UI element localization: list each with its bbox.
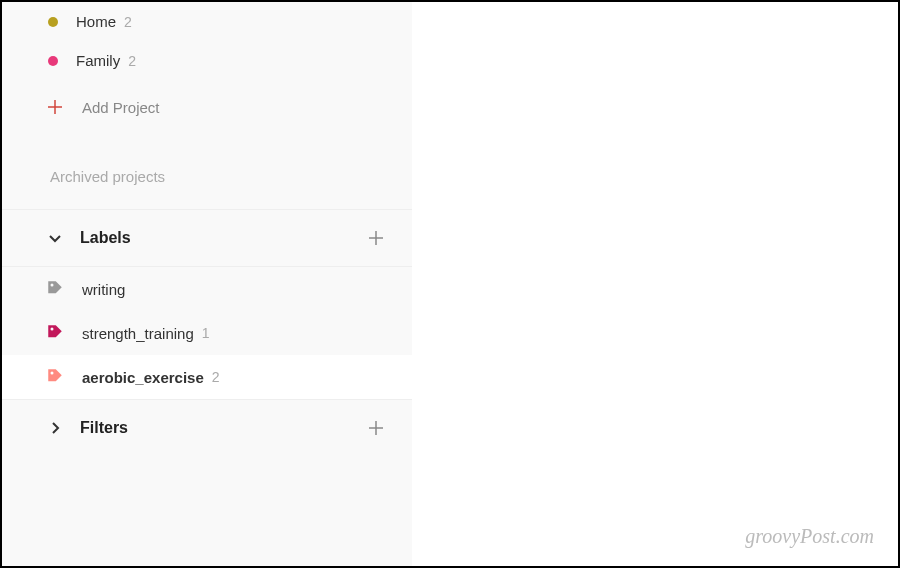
add-label-button[interactable] [364, 226, 388, 250]
svg-point-6 [51, 372, 54, 375]
project-dot-icon [48, 17, 58, 27]
label-item-strength-training[interactable]: strength_training 1 [2, 311, 412, 355]
project-name: Family [76, 52, 120, 69]
section-title: Labels [80, 229, 364, 247]
add-project-label: Add Project [82, 99, 160, 116]
project-name: Home [76, 13, 116, 30]
tag-icon [46, 323, 66, 343]
section-title: Filters [80, 419, 364, 437]
label-item-aerobic-exercise[interactable]: aerobic_exercise 2 [2, 355, 412, 399]
label-count: 2 [212, 369, 220, 385]
sidebar: Home 2 Family 2 Add Project Archived pro… [2, 2, 412, 566]
label-item-writing[interactable]: writing [2, 267, 412, 311]
labels-section-header[interactable]: Labels [2, 209, 412, 267]
filters-section-header[interactable]: Filters [2, 399, 412, 456]
label-name: aerobic_exercise [82, 369, 204, 386]
project-dot-icon [48, 56, 58, 66]
tag-icon [46, 367, 66, 387]
tag-icon [46, 279, 66, 299]
project-item-home[interactable]: Home 2 [2, 2, 412, 41]
add-filter-button[interactable] [364, 416, 388, 440]
chevron-right-icon [46, 419, 64, 437]
project-count: 2 [128, 53, 136, 69]
main-content [412, 2, 898, 566]
chevron-down-icon [46, 229, 64, 247]
label-name: strength_training [82, 325, 194, 342]
add-project-button[interactable]: Add Project [2, 80, 412, 134]
project-item-family[interactable]: Family 2 [2, 41, 412, 80]
svg-point-4 [51, 284, 54, 287]
label-count: 1 [202, 325, 210, 341]
project-count: 2 [124, 14, 132, 30]
plus-icon [46, 98, 64, 116]
archived-projects-link[interactable]: Archived projects [2, 134, 412, 209]
svg-point-5 [51, 328, 54, 331]
label-name: writing [82, 281, 125, 298]
